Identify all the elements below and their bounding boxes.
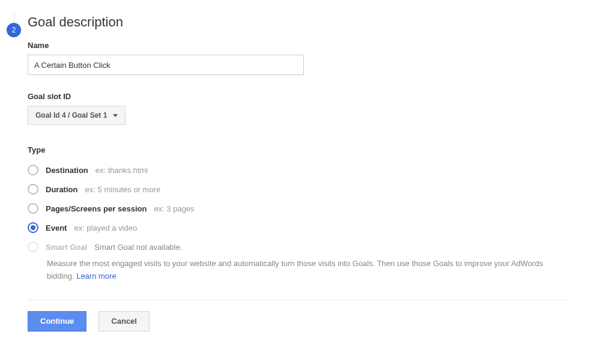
goal-slot-value: Goal Id 4 / Goal Set 1 — [35, 111, 107, 120]
smart-goal-description: Measure the most engaged visits to your … — [47, 258, 550, 283]
radio-label: Smart Goal — [46, 243, 87, 252]
radio-hint: Smart Goal not available. — [94, 243, 182, 252]
radio-destination[interactable]: Destination ex: thanks.html — [28, 160, 568, 180]
learn-more-link[interactable]: Learn more — [76, 271, 116, 281]
step-rail: 2 — [0, 12, 28, 37]
radio-pages-per-session[interactable]: Pages/Screens per session ex: 3 pages — [28, 199, 568, 218]
radio-hint: ex: played a video — [74, 223, 137, 232]
rail-line-top — [14, 12, 14, 23]
radio-icon — [28, 165, 38, 175]
radio-smart-goal: Smart Goal Smart Goal not available. — [28, 237, 568, 256]
name-label: Name — [28, 41, 568, 50]
radio-event[interactable]: Event ex: played a video — [28, 218, 568, 237]
smart-goal-desc-text: Measure the most engaged visits to your … — [47, 259, 543, 281]
radio-hint: ex: 5 minutes or more — [85, 185, 160, 194]
radio-label: Duration — [46, 185, 77, 194]
section-title: Goal description — [28, 14, 568, 30]
step-number-badge: 2 — [7, 23, 21, 37]
radio-icon — [28, 184, 38, 195]
goal-type-radio-group: Destination ex: thanks.html Duration ex:… — [28, 160, 568, 283]
caret-down-icon — [113, 114, 118, 117]
radio-icon — [28, 222, 38, 233]
type-label: Type — [28, 145, 568, 154]
continue-button[interactable]: Continue — [28, 311, 86, 332]
radio-label: Destination — [46, 166, 88, 175]
goal-name-input[interactable] — [28, 55, 304, 75]
radio-label: Pages/Screens per session — [46, 204, 147, 213]
button-row: Continue Cancel — [28, 311, 568, 332]
radio-icon — [28, 203, 38, 214]
radio-hint: ex: thanks.html — [95, 166, 148, 175]
slot-label: Goal slot ID — [28, 92, 568, 101]
divider — [28, 300, 568, 300]
cancel-button[interactable]: Cancel — [98, 311, 150, 332]
goal-slot-dropdown[interactable]: Goal Id 4 / Goal Set 1 — [28, 106, 126, 125]
radio-duration[interactable]: Duration ex: 5 minutes or more — [28, 180, 568, 199]
radio-label: Event — [46, 223, 67, 232]
radio-icon — [28, 241, 38, 252]
radio-hint: ex: 3 pages — [154, 204, 194, 213]
